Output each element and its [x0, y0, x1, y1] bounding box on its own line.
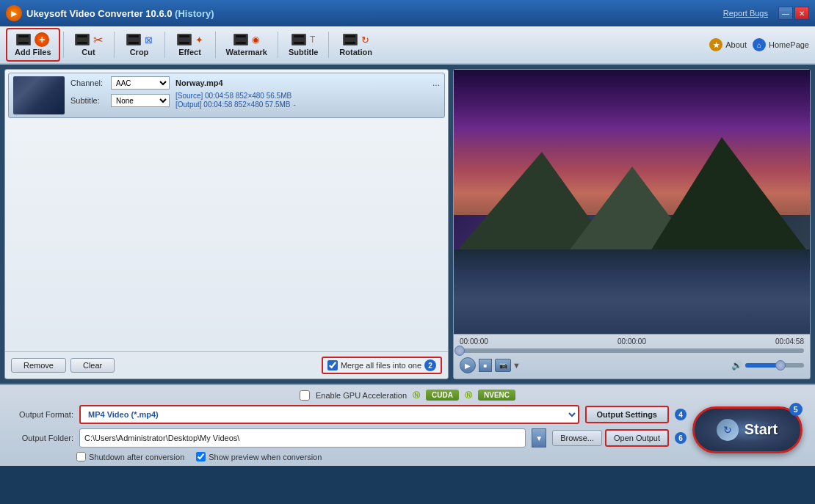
play-button[interactable]: ▶ — [460, 357, 476, 373]
report-bugs-link[interactable]: Report Bugs — [723, 9, 768, 18]
film-watermark-icon — [233, 34, 248, 45]
film-cut-icon — [75, 34, 90, 45]
camera-dropdown[interactable]: ▼ — [512, 361, 521, 370]
close-button[interactable]: ✕ — [794, 7, 809, 20]
folder-input[interactable] — [79, 428, 526, 448]
channel-label: Channel: — [70, 78, 111, 87]
folder-number-badge: 6 — [675, 432, 687, 444]
effect-button[interactable]: ✦ Effect — [168, 28, 212, 62]
gpu-label: Enable GPU Acceleration — [316, 391, 407, 400]
minimize-button[interactable]: — — [778, 7, 793, 20]
effect-symbol-icon: ✦ — [195, 34, 203, 45]
output-settings-badge: 4 — [675, 409, 687, 420]
folder-label: Output Folder: — [7, 434, 73, 442]
title-bar: ▶ Ukeysoft Video Converter 10.6.0 (Histo… — [0, 0, 815, 26]
preview-controls: 00:00:00 00:00:00 00:04:58 ▶ ■ 📷 ▼ 🔊 — [454, 334, 810, 379]
film-subtitle-icon — [291, 34, 306, 45]
crop-icon: ⊠ — [131, 33, 148, 46]
rotation-label: Rotation — [339, 48, 372, 56]
rotation-symbol-icon: ↻ — [361, 34, 369, 45]
gpu-logo-2: Ⓝ — [465, 390, 472, 401]
subtitle-symbol-icon: T — [310, 34, 315, 45]
merge-label: Merge all files into one — [341, 361, 421, 370]
watermark-button[interactable]: ◉ Watermark — [219, 28, 275, 62]
history-label: (History) — [175, 8, 214, 19]
camera-button[interactable]: 📷 — [495, 359, 511, 372]
mountain-right — [648, 137, 810, 255]
rotation-button[interactable]: ↻ Rotation — [332, 28, 380, 62]
app-title: Ukeysoft Video Converter 10.6.0 (History… — [26, 8, 723, 19]
rotation-icon: ↻ — [347, 33, 365, 46]
playback-controls: ▶ ■ 📷 ▼ 🔊 — [460, 355, 804, 376]
progress-thumb[interactable] — [454, 346, 465, 356]
start-number-badge: 5 — [789, 403, 803, 416]
format-label: Output Format: — [7, 410, 73, 419]
start-button[interactable]: ↻ Start — [692, 406, 803, 453]
volume-thumb[interactable] — [775, 360, 786, 370]
output-settings-button[interactable]: Output Settings — [585, 406, 670, 423]
volume-icon: 🔊 — [731, 360, 742, 370]
about-button[interactable]: ★ About — [709, 38, 747, 51]
film-crop-icon — [126, 34, 141, 45]
channel-select[interactable]: AAC — [111, 76, 170, 90]
crop-button[interactable]: ⊠ Crop — [117, 28, 162, 62]
folder-action-section: Browse... Open Output 6 — [552, 429, 687, 447]
water-layer — [454, 249, 810, 334]
film-effect-icon — [177, 34, 192, 45]
watermark-symbol-icon: ◉ — [252, 34, 259, 45]
gpu-checkbox[interactable] — [300, 390, 310, 401]
progress-bar[interactable] — [460, 348, 804, 353]
file-panel: Channel: AAC Norway.mp4 ... Subtitle: No… — [4, 69, 449, 379]
crop-symbol-icon: ⊠ — [145, 34, 153, 45]
remove-button[interactable]: Remove — [11, 358, 66, 373]
format-select[interactable]: MP4 Video (*.mp4) — [79, 405, 579, 424]
film-rotation-icon — [343, 34, 358, 45]
list-item: Channel: AAC Norway.mp4 ... Subtitle: No… — [8, 73, 445, 118]
cut-icon: ✂ — [80, 33, 98, 46]
file-thumbnail — [13, 76, 65, 114]
add-circle-icon: + — [35, 32, 49, 47]
bottom-left: Output Format: MP4 Video (*.mp4) Output … — [7, 405, 687, 461]
output-settings-section: Output Settings 4 — [585, 406, 687, 423]
preview-option[interactable]: Show preview when conversion — [196, 452, 322, 461]
watermark-label: Watermark — [226, 48, 267, 56]
shutdown-option[interactable]: Shutdown after conversion — [76, 452, 184, 461]
homepage-button[interactable]: ⌂ HomePage — [753, 38, 809, 51]
volume-bar[interactable] — [745, 363, 804, 368]
about-label: About — [725, 40, 747, 49]
output-dash: - — [294, 101, 296, 109]
merge-number-badge: 2 — [424, 359, 436, 371]
folder-row: Output Folder: ▼ Browse... Open Output 6 — [7, 428, 687, 448]
thumbnail-image — [13, 76, 65, 114]
subtitle-button[interactable]: T Subtitle — [281, 28, 325, 62]
add-files-button[interactable]: + Add Files — [6, 28, 60, 62]
open-output-button[interactable]: Open Output — [605, 429, 669, 447]
format-row: Output Format: MP4 Video (*.mp4) Output … — [7, 405, 687, 424]
shutdown-checkbox[interactable] — [76, 452, 86, 461]
cuda-badge: CUDA — [426, 390, 459, 401]
toolbar-separator-1 — [63, 32, 64, 58]
watermark-icon: ◉ — [238, 33, 256, 46]
folder-dropdown-arrow[interactable]: ▼ — [532, 428, 546, 448]
gpu-logo-1: Ⓝ — [413, 390, 420, 401]
toolbar-separator-3 — [164, 32, 165, 58]
cut-button[interactable]: ✂ Cut — [67, 28, 111, 62]
app-logo: ▶ — [6, 5, 22, 21]
preview-checkbox[interactable] — [196, 452, 206, 461]
file-details: [Source] 00:04:58 852×480 56.5MB [Output… — [175, 92, 440, 109]
preview-video — [454, 70, 810, 334]
file-list: Channel: AAC Norway.mp4 ... Subtitle: No… — [5, 70, 448, 351]
crop-label: Crop — [130, 48, 149, 56]
clear-button[interactable]: Clear — [70, 358, 115, 373]
browse-button[interactable]: Browse... — [552, 430, 602, 446]
stop-button[interactable]: ■ — [479, 359, 492, 372]
start-section: ↻ Start 5 — [687, 405, 808, 461]
gpu-acceleration-row: Enable GPU Acceleration Ⓝ CUDA Ⓝ NVENC — [7, 390, 808, 401]
subtitle-label: Subtitle: — [70, 96, 111, 105]
merge-checkbox[interactable] — [327, 360, 338, 370]
timeline: 00:00:00 00:00:00 00:04:58 — [460, 337, 804, 346]
shutdown-label: Shutdown after conversion — [89, 453, 184, 461]
toolbar: + Add Files ✂ Cut ⊠ Crop ✦ — [0, 26, 815, 65]
subtitle-select[interactable]: None — [111, 94, 170, 107]
file-menu-button[interactable]: ... — [432, 78, 440, 88]
